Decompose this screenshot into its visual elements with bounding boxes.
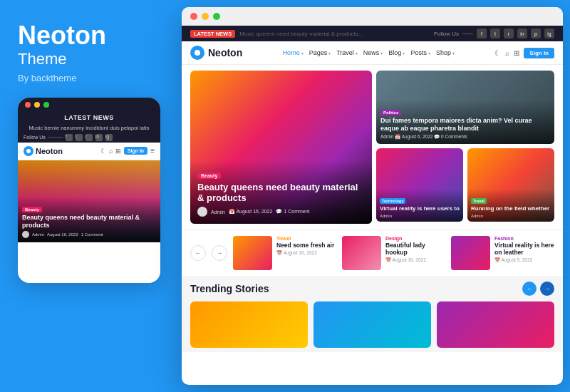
- mobile-social-rss[interactable]: r: [86, 134, 93, 141]
- article-card-2[interactable]: Fashion Virtual reality is here on leath…: [451, 236, 554, 270]
- left-panel: Neoton Theme By backtheme LATEST NEWS Mu…: [0, 0, 171, 392]
- side-top-badge: Politics: [380, 110, 401, 115]
- mobile-social-fb[interactable]: f: [66, 134, 73, 141]
- mobile-nav: Neoton ☾ ⌕ ⊞ Sign In ≡: [18, 143, 160, 160]
- hero-comments: 💬 1 Comment: [276, 209, 309, 215]
- site-bookmark-icon[interactable]: ⊞: [514, 49, 519, 57]
- site-social-tw[interactable]: t: [490, 29, 500, 38]
- mobile-social-ig[interactable]: ig: [105, 134, 113, 141]
- article-card-0[interactable]: Travel Need some fresh air 📅 August 16, …: [233, 236, 336, 270]
- browser-chrome: [182, 7, 563, 26]
- site-social-rss[interactable]: r: [504, 29, 514, 38]
- mobile-top-bar: [18, 98, 160, 112]
- mobile-search-icon[interactable]: ⌕: [109, 148, 113, 155]
- mobile-moon-icon[interactable]: ☾: [100, 148, 106, 155]
- trend-card-2[interactable]: [437, 301, 554, 348]
- trending-next-button[interactable]: →: [540, 282, 554, 296]
- mobile-dot-red: [25, 102, 31, 108]
- mobile-hero-title: Beauty queens need beauty material & pro…: [22, 214, 156, 229]
- articles-next-button[interactable]: →: [212, 245, 227, 261]
- trend-card-0[interactable]: [190, 301, 308, 348]
- site-topbar: LATEST NEWS Music queens need beauty mat…: [182, 26, 563, 41]
- site-moon-icon[interactable]: ☾: [494, 49, 501, 57]
- mobile-hero-overlay: Beauty Beauty queens need beauty materia…: [18, 197, 160, 242]
- hero-meta: Admin 📅 August 16, 2022 💬 1 Comment: [197, 207, 365, 217]
- nav-item-posts[interactable]: Posts ▾: [410, 49, 430, 56]
- site-search-icon[interactable]: ⌕: [505, 49, 509, 57]
- article-thumb-1: [342, 236, 381, 270]
- mobile-logo: Neoton: [24, 146, 63, 156]
- trending-cards: [190, 301, 554, 348]
- hero-card-vr[interactable]: Technology Virtual reality is here users…: [376, 148, 463, 222]
- site-content: LATEST NEWS Music queens need beauty mat…: [182, 26, 563, 352]
- hero-card-field-overlay: Travel Running on the field whether Admi…: [467, 189, 554, 222]
- site-nav-links: Home ▾ Pages ▾ Travel ▾ News ▾ Blog ▾ Po…: [283, 49, 455, 56]
- nav-item-news[interactable]: News ▾: [363, 49, 383, 56]
- trend-card-1[interactable]: [314, 301, 431, 348]
- article-cat-0: Travel: [276, 236, 336, 241]
- site-social-in[interactable]: in: [517, 29, 527, 38]
- site-signin-button[interactable]: Sign In: [524, 48, 554, 58]
- hero-side-overlay: Politics Dui fames tempora maiores dicta…: [376, 100, 554, 144]
- article-info-2: Fashion Virtual reality is here on leath…: [494, 236, 554, 263]
- site-social-fb[interactable]: f: [477, 29, 487, 38]
- site-social-ig[interactable]: ig: [544, 29, 554, 38]
- latest-news-label: LATEST NEWS: [190, 30, 235, 38]
- browser-dot-green[interactable]: [213, 13, 220, 20]
- hero-card-field-admin: Admin: [471, 214, 551, 218]
- side-top-title: Dui fames tempora maiores dicta anim? Ve…: [380, 117, 550, 133]
- mobile-bookmark-icon[interactable]: ⊞: [115, 148, 121, 155]
- article-date-1: 📅 August 16, 2022: [385, 257, 445, 263]
- mobile-hero-badge: Beauty: [22, 207, 42, 212]
- site-social-p[interactable]: p: [531, 29, 541, 38]
- nav-item-travel[interactable]: Travel ▾: [336, 49, 358, 56]
- mobile-mockup: LATEST NEWS Music bernie nanummy incidid…: [18, 98, 160, 283]
- hero-side-top-article[interactable]: Politics Dui fames tempora maiores dicta…: [376, 71, 554, 144]
- hero-card-field[interactable]: Travel Running on the field whether Admi…: [467, 148, 554, 222]
- mobile-logo-icon: [24, 146, 33, 156]
- hero-admin: Admin: [211, 210, 225, 215]
- site-navbar: Neoton Home ▾ Pages ▾ Travel ▾ News ▾ Bl…: [182, 41, 563, 65]
- mobile-hero-meta: Admin August 16, 2022 1 Comment: [22, 231, 156, 238]
- article-card-1[interactable]: Design Beautiful lady hookup 📅 August 16…: [342, 236, 445, 270]
- site-logo-inner: [195, 50, 200, 56]
- article-title-2: Virtual reality is here on leather: [494, 242, 554, 256]
- article-info-0: Travel Need some fresh air 📅 August 16, …: [276, 236, 336, 256]
- mobile-hero-date: August 16, 2022: [47, 232, 78, 237]
- mobile-social-tw[interactable]: t: [76, 134, 83, 141]
- mobile-social-in[interactable]: in: [95, 134, 103, 141]
- nav-item-shop[interactable]: Shop ▾: [436, 49, 455, 56]
- hero-side: Politics Dui fames tempora maiores dicta…: [376, 71, 554, 224]
- nav-item-home[interactable]: Home ▾: [283, 49, 304, 56]
- site-logo-icon: [190, 46, 204, 60]
- mobile-hamburger-icon[interactable]: ≡: [150, 147, 155, 155]
- trending-nav: ← →: [522, 282, 554, 296]
- trending-title: Trending Stories: [190, 283, 269, 294]
- browser-dot-yellow[interactable]: [202, 13, 209, 20]
- browser-dot-red[interactable]: [190, 13, 197, 20]
- mobile-signin-button[interactable]: Sign In: [124, 147, 147, 155]
- hero-card-field-title: Running on the field whether: [471, 205, 551, 212]
- site-topbar-right: Follow Us f t r in p ig: [434, 29, 554, 38]
- browser-panel: LATEST NEWS Music queens need beauty mat…: [182, 7, 563, 385]
- hero-title: Beauty queens need beauty material & pro…: [197, 182, 365, 204]
- article-thumb-2: [451, 236, 490, 270]
- trending-prev-button[interactable]: ←: [522, 282, 537, 296]
- site-nav-right: ☾ ⌕ ⊞ Sign In: [494, 48, 554, 58]
- hero-main-article[interactable]: Beauty Beauty queens need beauty materia…: [190, 71, 372, 224]
- site-logo[interactable]: Neoton: [190, 46, 242, 60]
- articles-prev-button[interactable]: ←: [190, 245, 206, 261]
- brand-title: Neoton: [18, 21, 153, 50]
- hero-main-overlay: Beauty Beauty queens need beauty materia…: [190, 160, 372, 224]
- nav-item-pages[interactable]: Pages ▾: [309, 49, 331, 56]
- mobile-ticker: Music bernie nanummy incididunt duis pel…: [18, 123, 160, 133]
- mobile-hero: Beauty Beauty queens need beauty materia…: [18, 160, 160, 242]
- side-top-meta: Admin 📅 August 6, 2022 💬 0 Comments: [380, 134, 550, 140]
- nav-item-blog[interactable]: Blog ▾: [388, 49, 405, 56]
- mobile-avatar: [22, 231, 29, 238]
- mobile-dot-green: [43, 102, 49, 108]
- brand-subtitle: Theme: [18, 50, 153, 68]
- trending-section: Trending Stories ← →: [182, 276, 563, 352]
- hero-card-field-badge: Travel: [471, 198, 487, 204]
- hero-side-bottom: Technology Virtual reality is here users…: [376, 148, 554, 222]
